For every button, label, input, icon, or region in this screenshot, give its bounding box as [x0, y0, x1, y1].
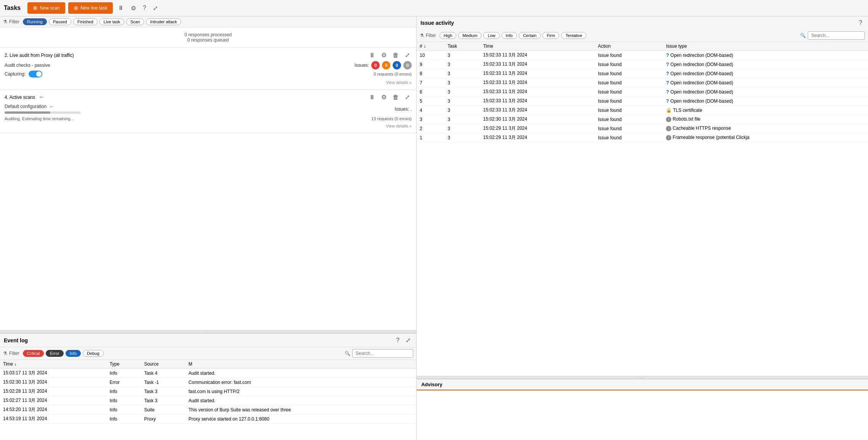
issue-num: 9	[417, 60, 444, 69]
filter-firm[interactable]: Firm	[542, 32, 559, 39]
capturing-toggle[interactable]	[29, 71, 42, 77]
filter-live-task[interactable]: Live task	[99, 18, 124, 25]
issue-time: 15:02:33 11 3月 2024	[480, 69, 595, 78]
col-time[interactable]: Time	[480, 42, 595, 51]
issue-row[interactable]: 6 3 15:02:33 11 3月 2024 Issue found ? Op…	[417, 87, 868, 97]
event-log-expand[interactable]: ⤢	[404, 336, 412, 345]
issue-search-icon: 🔍	[800, 33, 806, 38]
issue-type: 🔒 TLS certificate	[663, 106, 868, 115]
task2-pause-btn[interactable]: ⏸	[367, 93, 377, 102]
issue-row[interactable]: 7 3 15:02:33 11 3月 2024 Issue found ? Op…	[417, 78, 868, 87]
issue-row[interactable]: 8 3 15:02:33 11 3月 2024 Issue found ? Op…	[417, 69, 868, 78]
filter-debug[interactable]: Debug	[83, 350, 103, 357]
filter-intruder[interactable]: Intruder attack	[146, 18, 181, 25]
filter-finished[interactable]: Finished	[73, 18, 98, 25]
filter-icon: ⚗	[3, 19, 7, 24]
issue-num: 3	[417, 115, 444, 124]
event-log-row[interactable]: 14:53:19 11 3月 2024 Info Proxy Proxy ser…	[0, 414, 416, 424]
event-filter-icon: ⚗	[3, 351, 7, 356]
col-type[interactable]: Type	[106, 360, 141, 369]
issue-icon-info: i	[666, 135, 671, 140]
col-message[interactable]: M	[185, 360, 416, 369]
view-details-1[interactable]: View details »	[5, 79, 412, 86]
event-table: Time ↓ Type Source M 15:03:17 11 3月 2024…	[0, 360, 416, 440]
badge-red: 0	[371, 61, 380, 69]
filter-low[interactable]: Low	[483, 32, 499, 39]
issue-time: 15:02:33 11 3月 2024	[480, 51, 595, 60]
issue-filter-label: Filter	[426, 33, 436, 38]
issue-action: Issue found	[595, 97, 663, 106]
filter-scan[interactable]: Scan	[126, 18, 144, 25]
issue-filter-bar: ⚗ Filter High Medium Low Info Certain Fi…	[417, 29, 868, 42]
event-log-row[interactable]: 15:02:28 11 3月 2024 Info Task 3 fast.com…	[0, 387, 416, 396]
event-type: Info	[106, 369, 141, 378]
new-scan-button[interactable]: ⊕ New scan	[27, 2, 65, 14]
event-log-title: Event log	[4, 337, 28, 343]
view-details-2[interactable]: View details »	[5, 122, 412, 130]
event-type: Info	[106, 414, 141, 424]
help-button[interactable]: ?	[141, 4, 148, 12]
event-search-input[interactable]	[352, 349, 413, 358]
filter-paused[interactable]: Paused	[49, 18, 71, 25]
issue-type: ? Open redirection (DOM-based)	[663, 60, 868, 69]
col-time[interactable]: Time ↓	[0, 360, 106, 369]
issue-row[interactable]: 2 3 15:02:29 11 3月 2024 Issue found i Ca…	[417, 124, 868, 133]
task2-expand-btn[interactable]: ⤢	[403, 93, 412, 102]
issue-num: 10	[417, 51, 444, 60]
event-log-row[interactable]: 15:02:30 11 3月 2024 Error Task -1 Commun…	[0, 378, 416, 387]
filter-info[interactable]: Info	[66, 350, 81, 357]
issue-icon-question: ?	[666, 89, 669, 95]
horizontal-divider-right[interactable]: ···	[417, 376, 868, 379]
task-delete-btn[interactable]: 🗑	[391, 51, 401, 60]
expand-button[interactable]: ⤢	[151, 4, 160, 13]
task-live-audit-actions: ⏸ ⚙ 🗑 ⤢	[367, 51, 412, 60]
issue-icon-question: ?	[666, 98, 669, 104]
filter-tentative[interactable]: Tentative	[561, 32, 586, 39]
event-log-row[interactable]: 14:53:20 11 3月 2024 Info Suite This vers…	[0, 405, 416, 414]
filter-medium[interactable]: Medium	[458, 32, 481, 39]
filter-error[interactable]: Error	[46, 350, 63, 357]
advisory-title: Advisory	[421, 382, 443, 387]
filter-high[interactable]: High	[440, 32, 457, 39]
filter-certain[interactable]: Certain	[519, 32, 541, 39]
default-config-label: Default configuration	[5, 104, 47, 109]
task-expand-btn[interactable]: ⤢	[403, 51, 412, 60]
event-log-row[interactable]: 15:03:17 11 3月 2024 Info Task 4 Audit st…	[0, 369, 416, 378]
new-live-task-button[interactable]: ⊕ New live task	[68, 2, 113, 14]
issue-type: i Cacheable HTTPS response	[663, 124, 868, 133]
col-num[interactable]: # ↓	[417, 42, 444, 51]
issue-search-input[interactable]	[808, 31, 865, 40]
event-type: Info	[106, 387, 141, 396]
issue-row[interactable]: 10 3 15:02:33 11 3月 2024 Issue found ? O…	[417, 51, 868, 60]
task-card-live-audit: 2. Live audit from Proxy (all traffic) ⏸…	[0, 48, 416, 90]
settings-button[interactable]: ⚙	[129, 4, 138, 13]
issue-table-wrap: # ↓ Task Time Action Issue type 10 3 15:…	[417, 42, 868, 376]
issue-row[interactable]: 4 3 15:02:33 11 3月 2024 Issue found 🔒 TL…	[417, 106, 868, 115]
filter-critical[interactable]: Critical	[23, 350, 44, 357]
issue-task: 3	[444, 124, 480, 133]
filter-info-issue[interactable]: Info	[502, 32, 517, 39]
event-log-help[interactable]: ?	[394, 336, 401, 345]
issue-row[interactable]: 1 3 15:02:29 11 3月 2024 Issue found i Fr…	[417, 133, 868, 142]
col-action[interactable]: Action	[595, 42, 663, 51]
issue-activity-help[interactable]: ?	[857, 19, 864, 27]
main-layout: ⚗ Filter Running Paused Finished Live ta…	[0, 16, 868, 440]
pause-button[interactable]: ⏸	[116, 4, 126, 12]
col-issue-type[interactable]: Issue type	[663, 42, 868, 51]
col-source[interactable]: Source	[141, 360, 185, 369]
issue-num: 8	[417, 69, 444, 78]
col-task[interactable]: Task	[444, 42, 480, 51]
issue-row[interactable]: 3 3 15:02:30 11 3月 2024 Issue found i Ro…	[417, 115, 868, 124]
task-active-scans-actions: ⏸ ⚙ 🗑 ⤢	[367, 93, 412, 102]
issue-task: 3	[444, 87, 480, 97]
issue-row[interactable]: 9 3 15:02:33 11 3月 2024 Issue found ? Op…	[417, 60, 868, 69]
issue-row[interactable]: 5 3 15:02:33 11 3月 2024 Issue found ? Op…	[417, 97, 868, 106]
task2-settings-btn[interactable]: ⚙	[379, 93, 388, 102]
task2-delete-btn[interactable]: 🗑	[391, 93, 401, 102]
event-log-row[interactable]: 15:02:27 11 3月 2024 Info Task 3 Audit st…	[0, 396, 416, 405]
task-settings-btn[interactable]: ⚙	[379, 51, 388, 60]
issue-type: ? Open redirection (DOM-based)	[663, 69, 868, 78]
filter-running[interactable]: Running	[23, 18, 47, 25]
task-pause-btn[interactable]: ⏸	[367, 51, 377, 60]
vertical-divider[interactable]: ···	[0, 330, 416, 333]
